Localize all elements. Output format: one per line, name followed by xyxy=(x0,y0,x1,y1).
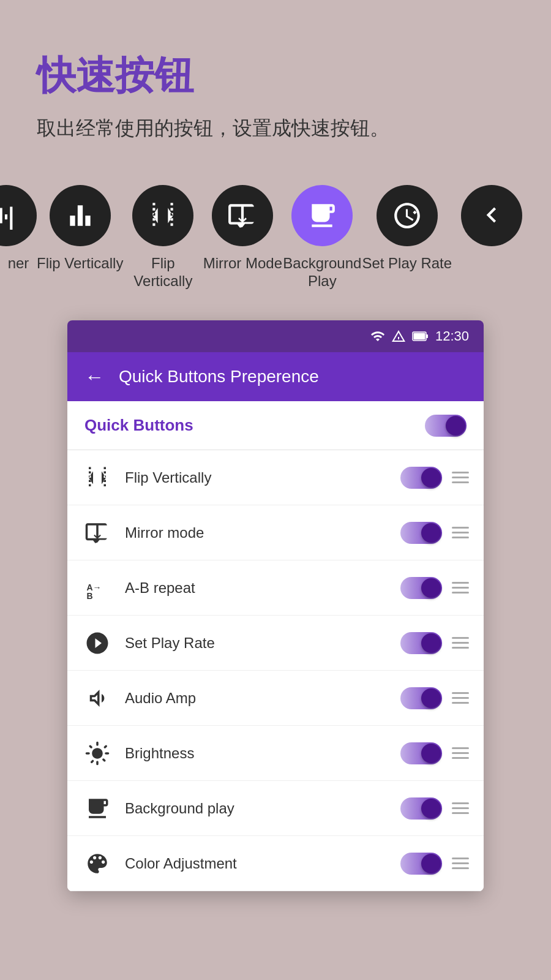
color-adjustment-drag-handle[interactable] xyxy=(452,858,469,869)
flip-label: FlipVertically xyxy=(133,255,192,290)
settings-item-mirror-mode: Mirror mode xyxy=(67,505,484,560)
audio-amp-icon xyxy=(82,683,113,714)
background-play-label: Background play xyxy=(125,800,388,817)
set-play-rate-toggle[interactable] xyxy=(400,632,442,654)
background-play-controls xyxy=(400,797,469,820)
settings-item-background-play: Background play xyxy=(67,781,484,836)
flip-icon xyxy=(148,200,178,231)
set-play-rate-list-icon xyxy=(82,628,113,658)
toggle-track xyxy=(400,853,442,875)
background-play-drag-handle[interactable] xyxy=(452,802,469,814)
icon-item-flip-vertically[interactable]: FlipVertically xyxy=(123,185,203,290)
page-title: 快速按钮 xyxy=(37,49,514,102)
set-play-rate-drag-handle[interactable] xyxy=(452,637,469,649)
settings-item-set-play-rate: Set Play Rate xyxy=(67,616,484,671)
color-adjustment-icon xyxy=(82,848,113,879)
flip-vertically-label: Flip Vertically xyxy=(125,469,388,486)
phone-mockup: 12:30 ← Quick Buttons Preperence Quick B… xyxy=(67,320,484,891)
color-adjustment-svg xyxy=(84,851,110,876)
phone-mockup-wrapper: 12:30 ← Quick Buttons Preperence Quick B… xyxy=(0,308,551,916)
mirror-mode-label: Mirror mode xyxy=(125,524,388,541)
flip-vertically-drag-handle[interactable] xyxy=(452,472,469,483)
color-adjustment-label: Color Adjustment xyxy=(125,855,388,872)
toggle-track xyxy=(400,522,442,544)
set-play-rate-list-svg xyxy=(84,630,110,656)
top-section: 快速按钮 取出经常使用的按钮，设置成快速按钮。 xyxy=(0,0,551,167)
status-time: 12:30 xyxy=(435,328,469,344)
set-play-rate-label: Set Play Rate xyxy=(125,635,388,652)
partial-label: ner xyxy=(8,255,29,273)
header-back-button[interactable]: ← xyxy=(84,366,104,388)
flip-vertically-toggle[interactable] xyxy=(400,467,442,489)
svg-rect-1 xyxy=(426,334,428,338)
settings-list: Flip Vertically xyxy=(67,450,484,891)
flip-vertically-icon xyxy=(82,462,113,493)
ab-repeat-label: A-B repeat xyxy=(125,579,388,597)
quick-buttons-label: Quick Buttons xyxy=(84,416,193,435)
toggle-track xyxy=(400,577,442,599)
brightness-icon xyxy=(82,738,113,769)
header-title: Quick Buttons Preperence xyxy=(119,367,319,386)
color-adjustment-toggle[interactable] xyxy=(400,853,442,875)
status-icons: 12:30 xyxy=(370,328,469,344)
battery-icon xyxy=(412,329,429,344)
audio-amp-toggle[interactable] xyxy=(400,687,442,709)
settings-item-color-adjustment: Color Adjustment xyxy=(67,836,484,891)
mirror-mode-icon xyxy=(82,518,113,548)
quick-buttons-toggle[interactable] xyxy=(425,415,467,437)
icon-item-equalizer[interactable]: Flip Vertically xyxy=(37,185,123,273)
toggle-thumb xyxy=(421,523,441,543)
brightness-drag-handle[interactable] xyxy=(452,747,469,759)
ab-repeat-controls xyxy=(400,577,469,599)
app-header: ← Quick Buttons Preperence xyxy=(67,352,484,401)
icon-item-set-play-rate[interactable]: Set Play Rate xyxy=(362,185,452,273)
mirror-mode-svg xyxy=(84,520,110,546)
signal-icon xyxy=(391,329,406,344)
toggle-thumb xyxy=(421,854,441,873)
svg-text:B: B xyxy=(87,590,93,600)
settings-item-audio-amp: Audio Amp xyxy=(67,671,484,726)
settings-item-ab-repeat: A→ B A-B repeat xyxy=(67,560,484,616)
ab-repeat-toggle[interactable] xyxy=(400,577,442,599)
equalizer-icon-circle xyxy=(50,185,111,246)
icon-item-back[interactable] xyxy=(452,185,531,255)
background-play-icon-circle xyxy=(291,185,353,246)
toggle-track xyxy=(425,415,467,437)
background-play-list-svg xyxy=(84,796,110,821)
set-play-rate-label: Set Play Rate xyxy=(362,255,452,273)
mirror-mode-drag-handle[interactable] xyxy=(452,527,469,538)
icon-item-background-play[interactable]: BackgroundPlay xyxy=(282,185,362,290)
toggle-thumb xyxy=(421,468,441,488)
background-play-icon xyxy=(307,200,337,231)
background-play-toggle[interactable] xyxy=(400,797,442,820)
toggle-thumb xyxy=(421,633,441,653)
mirror-icon xyxy=(227,200,258,231)
flip-vertically-svg xyxy=(84,465,110,491)
toggle-track xyxy=(400,632,442,654)
back-icon-circle xyxy=(461,185,522,246)
toggle-thumb xyxy=(421,578,441,598)
brightness-toggle[interactable] xyxy=(400,742,442,764)
icon-item-mirror-mode[interactable]: Mirror Mode xyxy=(203,185,282,273)
brightness-label: Brightness xyxy=(125,745,388,762)
mirror-mode-toggle[interactable] xyxy=(400,522,442,544)
audio-amp-label: Audio Amp xyxy=(125,690,388,707)
ab-repeat-svg: A→ B xyxy=(84,575,110,601)
ab-repeat-drag-handle[interactable] xyxy=(452,582,469,594)
brightness-svg xyxy=(84,741,110,766)
audio-amp-svg xyxy=(84,685,110,711)
set-play-rate-icon xyxy=(392,200,422,231)
partial-icon-circle xyxy=(0,185,37,246)
toggle-track xyxy=(400,467,442,489)
partial-icon xyxy=(0,200,21,231)
toggle-thumb xyxy=(446,416,465,435)
brightness-controls xyxy=(400,742,469,764)
set-play-rate-icon-circle xyxy=(377,185,438,246)
ab-repeat-icon: A→ B xyxy=(82,573,113,603)
mirror-mode-controls xyxy=(400,522,469,544)
mirror-icon-circle xyxy=(212,185,273,246)
settings-item-brightness: Brightness xyxy=(67,726,484,781)
audio-amp-drag-handle[interactable] xyxy=(452,692,469,704)
settings-item-flip-vertically: Flip Vertically xyxy=(67,450,484,505)
background-play-label: BackgroundPlay xyxy=(283,255,361,290)
